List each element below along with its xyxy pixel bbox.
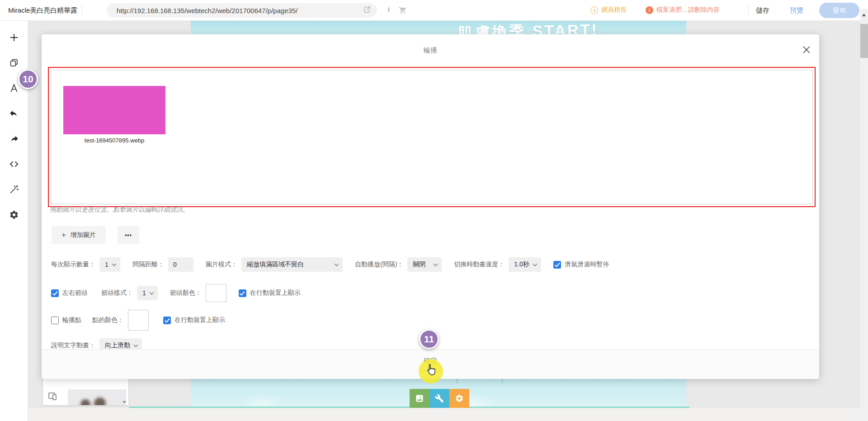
divider — [502, 379, 503, 383]
section-divider-line — [129, 407, 689, 408]
settings-icon[interactable] — [9, 209, 19, 220]
step-badge-11: 11 — [419, 329, 439, 349]
info-icon[interactable]: i — [388, 6, 390, 13]
scrollbar-thumb[interactable] — [860, 24, 868, 58]
info-outline-icon: i — [590, 6, 598, 14]
dialog-title: 輪播 — [42, 46, 819, 55]
arrow-color-label: 箭頭顏色： — [170, 289, 202, 297]
dots-checkbox[interactable] — [51, 317, 59, 324]
block-settings-button[interactable] — [449, 389, 469, 408]
divider — [457, 379, 458, 383]
duplicate-icon[interactable] — [9, 57, 19, 68]
site-title: Miracle美白亮白精華露 — [8, 0, 77, 21]
arrow-style-select[interactable]: 1 — [137, 286, 158, 300]
arrows-mobile-checkbox[interactable] — [239, 289, 246, 297]
code-icon[interactable] — [9, 159, 19, 169]
image-mode-select[interactable]: 縮放填滿區域不留白 — [241, 257, 343, 272]
dots-mobile-label: 在行動裝置上顯示 — [175, 316, 225, 324]
pause-on-hover-label: 滑鼠滑過時暫停 — [565, 260, 609, 269]
slide-thumbnail[interactable] — [63, 86, 165, 134]
pause-on-hover-checkbox[interactable] — [553, 261, 561, 269]
arrows-label: 左右箭頭 — [62, 289, 88, 297]
device-toggle-icon[interactable] — [47, 391, 58, 403]
publish-button[interactable]: 發布 — [819, 3, 859, 18]
divider — [748, 5, 749, 15]
top-bar: Miracle美白亮白精華露 http://192.168.168.135/we… — [0, 0, 868, 21]
external-link-icon[interactable] — [363, 6, 371, 15]
tools-button[interactable] — [429, 389, 449, 408]
dots-mobile-checkbox[interactable] — [163, 317, 171, 324]
page-lower-area — [28, 408, 860, 421]
warning-file-size: i 檔案過肥，請刪除內容 — [646, 6, 720, 14]
resize-handle-icon[interactable] — [123, 401, 126, 403]
dot-color-label: 點的顏色： — [92, 316, 124, 324]
per-view-label: 每次顯示數量： — [51, 260, 95, 269]
image-mode-label: 圖片模式： — [206, 260, 237, 269]
page-thumbnail — [68, 389, 126, 405]
gear-icon — [455, 394, 464, 403]
more-options-button[interactable]: ••• — [118, 226, 139, 244]
carousel-dialog: 輪播 test-1694507895.webp 拖動圖片以更改位置。點擊圖片以編… — [42, 34, 819, 379]
per-view-select[interactable]: 1 — [99, 257, 120, 272]
autoplay-select[interactable]: 關閉 — [407, 257, 442, 272]
dot-color-swatch[interactable] — [128, 310, 149, 331]
caption-animation-label: 說明文字動畫： — [51, 341, 95, 350]
magic-wand-icon[interactable] — [9, 184, 19, 194]
add-icon[interactable] — [9, 32, 19, 43]
arrows-checkbox[interactable] — [51, 289, 59, 297]
redo-icon[interactable] — [9, 133, 19, 144]
speed-label: 切換時動畫速度： — [454, 260, 505, 269]
wrench-icon — [435, 394, 444, 403]
speed-select[interactable]: 1.0秒 — [509, 257, 541, 272]
cursor-hand-icon — [424, 363, 438, 378]
add-image-label: 增加圖片 — [71, 231, 96, 239]
preview-device-panel[interactable] — [43, 375, 128, 405]
slide-filename: test-1694507895.webp — [63, 137, 165, 144]
block-toolbar — [410, 389, 469, 408]
page-url: http://192.168.168.135/webtech2/web/2017… — [117, 7, 363, 14]
arrows-mobile-label: 在行動裝置上顯示 — [250, 289, 301, 297]
gap-label: 間隔距離： — [132, 260, 164, 269]
info-filled-icon: i — [646, 6, 653, 14]
plus-icon: + — [61, 231, 66, 240]
image-button[interactable] — [410, 389, 429, 408]
text-icon[interactable] — [9, 83, 19, 93]
step-badge-10: 10 — [18, 69, 38, 89]
undo-icon[interactable] — [9, 108, 19, 118]
gap-input[interactable] — [168, 257, 193, 272]
close-button[interactable] — [801, 44, 812, 55]
save-button[interactable]: 儲存 — [756, 0, 769, 21]
arrow-style-label: 箭頭樣式： — [101, 289, 133, 297]
image-icon — [415, 394, 424, 403]
divider — [82, 5, 82, 15]
dots-label: 輪播點 — [62, 316, 81, 324]
preview-button[interactable]: 預覽 — [790, 0, 803, 21]
page-url-field[interactable]: http://192.168.168.135/webtech2/web/2017… — [107, 3, 377, 18]
scrollbar[interactable] — [860, 9, 868, 421]
warning-file-size-text: 檔案過肥，請刪除內容 — [656, 6, 720, 14]
cart-icon[interactable] — [399, 6, 407, 16]
close-icon — [802, 46, 811, 54]
drag-hint-text: 拖動圖片以更改位置。點擊圖片以編輯詳細資訊。 — [50, 206, 189, 214]
scroll-up-icon[interactable] — [862, 14, 866, 16]
autoplay-label: 自動播放(間隔)： — [355, 260, 403, 269]
warning-page-length: i 網頁稍長 — [590, 6, 627, 14]
warning-page-length-text: 網頁稍長 — [601, 6, 627, 14]
add-image-button[interactable]: + 增加圖片 — [52, 226, 106, 244]
arrow-color-swatch[interactable] — [206, 284, 226, 302]
